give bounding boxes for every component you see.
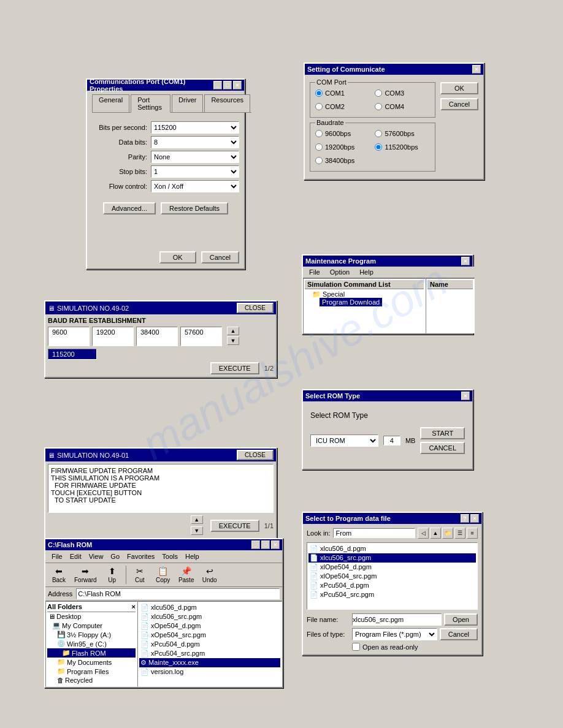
explorer-menu-go[interactable]: Go: [107, 552, 123, 561]
sim-4902-up-arrow[interactable]: ▲: [227, 327, 239, 335]
com-props-minimize-btn[interactable]: _: [213, 81, 222, 89]
file-xlcu506d[interactable]: 📄 xlcu506_d.pgm: [139, 603, 280, 612]
com-props-cancel-btn[interactable]: Cancel: [201, 251, 239, 264]
select-pgm-open-btn[interactable]: Open: [444, 613, 478, 626]
select-rom-close-btn[interactable]: ×: [461, 392, 470, 400]
explorer-menu-favorites[interactable]: Favorites: [123, 552, 158, 561]
baud-9600[interactable]: 9600: [48, 327, 90, 346]
maint-menu-file[interactable]: File: [304, 267, 325, 277]
pgm-file-xlope504src[interactable]: 📄 xlOpe504_src.pgm: [308, 572, 476, 581]
program-download-label[interactable]: Program Download: [320, 298, 382, 306]
tree-mycomputer[interactable]: 💻My Computer: [47, 621, 136, 630]
tree-flashrom[interactable]: 📁Flash ROM: [47, 648, 136, 658]
tree-mydocs[interactable]: 📁My Documents: [47, 658, 136, 667]
pgm-list-btn[interactable]: ☰: [454, 528, 465, 539]
tab-driver[interactable]: Driver: [172, 94, 203, 112]
com2-radio[interactable]: [315, 103, 323, 110]
explorer-menu-view[interactable]: View: [85, 552, 107, 561]
tab-general[interactable]: General: [92, 94, 129, 112]
explorer-menu-tools[interactable]: Tools: [158, 552, 182, 561]
toolbar-back-btn[interactable]: ⬅ Back: [48, 564, 70, 585]
com4-radio[interactable]: [375, 103, 382, 110]
com1-radio[interactable]: [315, 89, 323, 97]
rom-type-select[interactable]: ICU ROM: [310, 434, 378, 447]
stopbits-select[interactable]: 1: [151, 165, 239, 178]
com-props-close-btn[interactable]: ×: [233, 81, 242, 89]
bits-per-second-select[interactable]: 115200: [151, 121, 239, 134]
maint-menu-option[interactable]: Option: [325, 267, 354, 277]
maint-tree-selected[interactable]: Program Download: [305, 298, 424, 306]
9600-radio[interactable]: [315, 130, 323, 137]
toolbar-paste-btn[interactable]: 📌 Paste: [175, 564, 197, 585]
explorer-menu-help[interactable]: Help: [182, 552, 203, 561]
baud-38400[interactable]: 38400: [136, 327, 178, 346]
selected-baud-115200[interactable]: 115200: [48, 349, 97, 360]
pgm-file-xlcu506d[interactable]: 📄 xlcu506_d.pgm: [308, 544, 476, 553]
tree-recycled[interactable]: 🗑Recycled: [47, 676, 136, 684]
file-xpcu504d[interactable]: 📄 xPcu504_d.pgm: [139, 640, 280, 649]
toolbar-cut-btn[interactable]: ✂ Cut: [129, 564, 151, 585]
explorer-menu-edit[interactable]: Edit: [66, 552, 85, 561]
all-folders-close-btn[interactable]: ×: [132, 603, 136, 610]
pgm-file-xpcu504d[interactable]: 📄 xPcu504_d.pgm: [308, 581, 476, 590]
tree-floppy[interactable]: 💾3½ Floppy (A:): [47, 630, 136, 639]
file-xope504src[interactable]: 📄 xOpe504_src.pgm: [139, 631, 280, 640]
tree-progfiles[interactable]: 📁Program Files: [47, 667, 136, 676]
file-mainte[interactable]: ⚙ Mainte_xxxx.exe: [139, 658, 280, 667]
select-pgm-readonly-checkbox[interactable]: [352, 643, 360, 651]
sim-4902-down-arrow[interactable]: ▼: [227, 336, 239, 345]
file-explorer-close-btn[interactable]: ×: [271, 540, 280, 549]
setting-comm-cancel-btn[interactable]: Cancel: [440, 98, 478, 110]
parity-select[interactable]: None: [151, 151, 239, 163]
select-pgm-cancel-btn[interactable]: Cancel: [440, 628, 478, 640]
115200-radio[interactable]: [375, 143, 382, 151]
setting-comm-ok-btn[interactable]: OK: [440, 82, 478, 94]
select-pgm-filename-input[interactable]: [352, 613, 442, 626]
19200-radio[interactable]: [315, 143, 323, 151]
maint-prog-close-btn[interactable]: ×: [461, 257, 470, 265]
file-xlcu506src[interactable]: 📄 xlcu506_src.pgm: [139, 612, 280, 621]
pgm-file-xlope504d[interactable]: 📄 xlOpe504_d.pgm: [308, 563, 476, 572]
toolbar-forward-btn[interactable]: ➡ Forward: [71, 564, 100, 585]
pgm-file-xlcu506src[interactable]: 📄 xlcu506_src.pgm: [308, 553, 476, 563]
file-xpcu504src[interactable]: 📄 xPcu504_src.pgm: [139, 649, 280, 658]
baud-19200[interactable]: 19200: [92, 327, 134, 346]
address-input[interactable]: [76, 588, 280, 599]
sim-4901-down-arrow[interactable]: ▼: [191, 526, 203, 535]
toolbar-copy-btn[interactable]: 📋 Copy: [152, 564, 174, 585]
explorer-menu-file[interactable]: File: [48, 552, 66, 561]
tab-port-settings[interactable]: Port Settings: [131, 94, 170, 113]
pgm-file-xpcu504src[interactable]: 📄 xPcu504_src.pgm: [308, 590, 476, 599]
advanced-btn[interactable]: Advanced...: [103, 202, 156, 214]
sim-4902-close-btn[interactable]: CLOSE: [237, 303, 274, 313]
sim-4902-execute-btn[interactable]: EXECUTE: [210, 362, 259, 374]
tree-desktop[interactable]: 🖥Desktop: [47, 612, 136, 621]
select-rom-start-btn[interactable]: START: [420, 427, 465, 439]
restore-defaults-btn[interactable]: Restore Defaults: [161, 202, 228, 214]
baud-57600[interactable]: 57600: [180, 327, 222, 346]
57600-radio[interactable]: [375, 130, 382, 137]
com-props-ok-btn[interactable]: OK: [159, 251, 196, 264]
select-pgm-close-btn[interactable]: ×: [470, 514, 479, 523]
tree-temp[interactable]: 📁Temp: [47, 684, 136, 687]
databits-select[interactable]: 8: [151, 136, 239, 148]
pgm-nav-up-btn[interactable]: ▲: [430, 528, 441, 539]
sim-4901-close-btn[interactable]: CLOSE: [237, 450, 274, 460]
com3-radio[interactable]: [375, 89, 382, 97]
pgm-nav-back-btn[interactable]: ◁: [418, 528, 429, 539]
sim-4901-execute-btn[interactable]: EXECUTE: [210, 520, 259, 532]
file-versionlog[interactable]: 📄 version.log: [139, 667, 280, 677]
maint-menu-help[interactable]: Help: [354, 267, 378, 277]
tree-win95[interactable]: 💿Win95_e (C:): [47, 639, 136, 648]
toolbar-undo-btn[interactable]: ↩ Undo: [199, 564, 221, 585]
file-explorer-minimize-btn[interactable]: _: [251, 540, 260, 549]
file-xope504d[interactable]: 📄 xOpe504_d.pgm: [139, 621, 280, 631]
com-props-maximize-btn[interactable]: □: [223, 81, 232, 89]
38400-radio[interactable]: [315, 157, 323, 164]
setting-comm-close-btn[interactable]: ×: [472, 65, 481, 74]
file-explorer-maximize-btn[interactable]: □: [261, 540, 270, 549]
flowcontrol-select[interactable]: Xon / Xoff: [151, 180, 239, 192]
pgm-details-btn[interactable]: ≡: [467, 528, 478, 539]
tab-resources[interactable]: Resources: [204, 94, 250, 112]
select-pgm-filetype-select[interactable]: Program Files (*.pgm): [352, 628, 437, 640]
